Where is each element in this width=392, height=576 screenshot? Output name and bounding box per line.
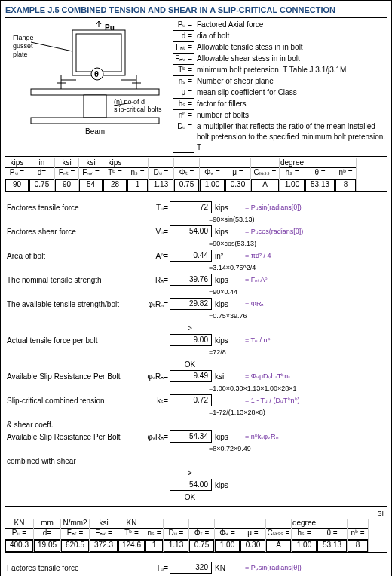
input-unit bbox=[189, 519, 214, 528]
calc-row: combined with shear bbox=[5, 455, 387, 467]
input-col: N/mm2Fₙₜ =620.5 bbox=[61, 519, 90, 552]
calc-unit: kips bbox=[212, 204, 237, 212]
definition-desc: Number of shear plane bbox=[194, 76, 387, 87]
input-symbol: Dᵤ = bbox=[149, 167, 173, 179]
input-value[interactable]: 53.13 bbox=[305, 179, 335, 191]
input-symbol: hₛ = bbox=[280, 167, 305, 179]
calc-row: Factores shear forceVᵤ=54.00kips= Pᵤcos(… bbox=[5, 225, 387, 237]
calc-value[interactable]: 72 bbox=[170, 201, 212, 213]
input-value[interactable]: 0.30 bbox=[225, 179, 250, 191]
calc-value[interactable]: 0.72 bbox=[170, 394, 212, 406]
input-symbol: Tᵇ = bbox=[118, 528, 145, 540]
input-symbol: Fₙᵥ = bbox=[79, 167, 103, 179]
input-symbol: Φₜ = bbox=[189, 528, 214, 540]
svg-rect-7 bbox=[31, 89, 159, 95]
calc-row: Available Slip Resistance Per BoltφᵥRₙ=9… bbox=[5, 370, 387, 382]
calc-label: Factores tensile force bbox=[5, 564, 142, 572]
input-value[interactable]: 0.75 bbox=[29, 179, 54, 191]
calc-expand-row: =1-72/(1.13×28×8) bbox=[5, 406, 387, 418]
calc-value[interactable]: 29.82 bbox=[170, 298, 212, 310]
page-title: EXAMPLE J.5 COMBINED TENSION AND SHEAR I… bbox=[5, 4, 387, 18]
input-col: Dᵤ =1.13 bbox=[149, 158, 174, 191]
input-value[interactable]: 1.13 bbox=[164, 540, 188, 552]
input-unit bbox=[348, 519, 368, 528]
input-value[interactable]: 620.5 bbox=[61, 540, 89, 552]
definition-desc: minimum bolt pretension. T Table J 3.1/j… bbox=[194, 65, 387, 76]
input-unit bbox=[335, 158, 356, 167]
input-col: mmd=19.05 bbox=[34, 519, 61, 552]
calc-unit: kips bbox=[212, 336, 237, 345]
calc-value[interactable]: 320 bbox=[170, 562, 212, 574]
input-col: Cₗₐₛₛ =A bbox=[251, 158, 280, 191]
input-value[interactable]: 28 bbox=[103, 179, 127, 191]
input-value[interactable]: A bbox=[266, 540, 291, 552]
input-col: degreehₛ =1.00 bbox=[292, 519, 317, 552]
input-col: kipsPᵤ =90 bbox=[5, 158, 29, 191]
calc-value[interactable]: 0.44 bbox=[170, 250, 212, 262]
input-col: ind=0.75 bbox=[29, 158, 55, 191]
calc-compare-row: > bbox=[5, 467, 387, 479]
svg-rect-9 bbox=[31, 118, 159, 124]
input-symbol: Φᵥ = bbox=[200, 167, 225, 179]
input-value[interactable]: 8 bbox=[335, 179, 356, 191]
divider bbox=[5, 506, 387, 507]
input-value[interactable]: A bbox=[251, 179, 279, 191]
diagram-svg: Pu Flange gusset plate θ Beam bbox=[8, 21, 167, 149]
beam-label: Beam bbox=[85, 127, 105, 136]
input-value[interactable]: 90 bbox=[5, 179, 29, 191]
calc-symbol: Vᵤ= bbox=[142, 228, 170, 236]
calc-formula: = 1 - Tᵤ / (DᵤTᵇnᵇ) bbox=[237, 397, 387, 404]
calc-expand-row: =90×0.44 bbox=[5, 286, 387, 298]
input-value[interactable]: 1.00 bbox=[215, 540, 240, 552]
definition-symbol: hₛ = bbox=[173, 99, 194, 110]
input-symbol: d= bbox=[34, 528, 60, 540]
definition-row: Pᵤ =Factored Axial force bbox=[173, 20, 387, 31]
input-value[interactable]: 1 bbox=[145, 540, 163, 552]
input-value[interactable]: 124.6 bbox=[118, 540, 145, 552]
input-value[interactable]: 8 bbox=[348, 540, 368, 552]
input-value[interactable]: 53.13 bbox=[317, 540, 347, 552]
document-page: EXAMPLE J.5 COMBINED TENSION AND SHEAR I… bbox=[0, 0, 392, 576]
calc-label: combined with shear bbox=[5, 457, 142, 465]
calc-formula: = FₙₜAᵇ bbox=[237, 276, 387, 283]
calc-value[interactable]: 54.00 bbox=[170, 225, 212, 237]
input-value[interactable]: 372.3 bbox=[90, 540, 118, 552]
input-symbol: Φᵥ = bbox=[215, 528, 240, 540]
input-unit bbox=[149, 158, 173, 167]
calc-value[interactable]: 39.76 bbox=[170, 274, 212, 286]
input-symbol: hₛ = bbox=[292, 528, 317, 540]
calc-label: Actual tensile force per bolt bbox=[5, 336, 142, 345]
calc-value[interactable]: 9.00 bbox=[170, 334, 212, 346]
input-value[interactable]: 0.75 bbox=[189, 540, 214, 552]
input-value[interactable]: 54 bbox=[79, 179, 103, 191]
input-value[interactable]: 0.30 bbox=[240, 540, 265, 552]
calc-unit: ksi bbox=[212, 372, 237, 381]
definition-row: Dᵤ =a multiplier that reflects the ratio… bbox=[173, 121, 387, 153]
calc-expansion: =90×cos(53.13) bbox=[5, 240, 387, 247]
input-unit bbox=[174, 158, 199, 167]
calc-value[interactable]: 54.00 bbox=[170, 479, 212, 491]
input-value[interactable]: 1.13 bbox=[149, 179, 173, 191]
input-value[interactable]: 1.00 bbox=[280, 179, 305, 191]
input-value[interactable]: 1 bbox=[127, 179, 148, 191]
input-unit bbox=[317, 519, 347, 528]
input-value[interactable]: 19.05 bbox=[34, 540, 60, 552]
definition-desc: a multiplier that reflects the ratio of … bbox=[194, 121, 387, 153]
calc-row: & shear coeff. bbox=[5, 418, 387, 430]
input-unit bbox=[251, 158, 279, 167]
input-col: nₛ =1 bbox=[127, 158, 149, 191]
definition-symbol: nₛ = bbox=[173, 76, 194, 87]
input-unit: ksi bbox=[90, 519, 118, 528]
input-value[interactable]: 0.75 bbox=[174, 179, 199, 191]
calc-value[interactable]: 9.49 bbox=[170, 370, 212, 382]
input-unit: KN bbox=[5, 519, 33, 528]
input-value[interactable]: 400.3 bbox=[5, 540, 33, 552]
input-value[interactable]: 1.00 bbox=[292, 540, 317, 552]
definition-desc: Factored Axial force bbox=[194, 20, 387, 31]
gt-symbol: > bbox=[170, 324, 210, 332]
input-symbol: θ = bbox=[305, 167, 335, 179]
calc-value[interactable]: 54.34 bbox=[170, 430, 212, 443]
input-value[interactable]: 1.00 bbox=[200, 179, 225, 191]
input-value[interactable]: 90 bbox=[55, 179, 78, 191]
input-unit bbox=[215, 519, 240, 528]
